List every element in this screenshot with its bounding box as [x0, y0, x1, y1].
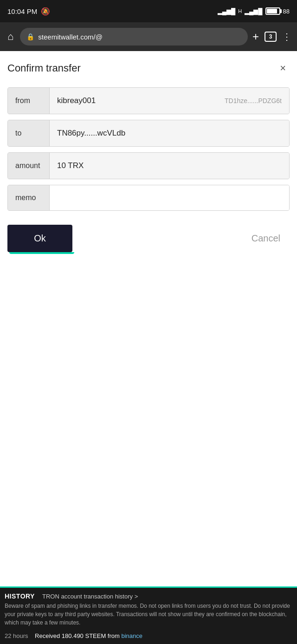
dialog-header: Confirm transfer ×: [7, 60, 290, 76]
url-display: steemitwallet.com/@: [38, 33, 103, 41]
amount-display: 10 TRX: [57, 161, 84, 170]
mute-icon: 🔕: [41, 7, 50, 16]
amount-label: amount: [8, 153, 50, 179]
memo-value: [50, 185, 289, 210]
from-row: from kibreay001 TD1hze......PDZG6t: [7, 87, 290, 114]
warning-text: Beware of spam and phishing links in tra…: [0, 602, 297, 631]
home-button[interactable]: ⌂: [6, 29, 15, 45]
time-display: 10:04 PM: [7, 7, 37, 15]
address-bar[interactable]: 🔒 steemitwallet.com/@: [20, 28, 248, 46]
from-address: TD1hze......PDZG6t: [225, 97, 282, 104]
signal-icon: ▂▄▆█: [218, 8, 235, 15]
to-address: TN86py......wcVLdb: [57, 129, 125, 138]
to-row: to TN86py......wcVLdb: [7, 120, 290, 147]
battery-fill: [267, 9, 278, 13]
history-source: binance: [121, 632, 142, 639]
dialog-title: Confirm transfer: [7, 62, 81, 74]
amount-row: amount 10 TRX: [7, 152, 290, 179]
history-link[interactable]: TRON account transaction history >: [42, 593, 138, 600]
from-label: from: [8, 88, 50, 114]
button-row: Ok Cancel: [7, 225, 290, 252]
history-title: HISTORY: [5, 592, 35, 600]
status-left: 10:04 PM 🔕: [7, 7, 50, 16]
to-value: TN86py......wcVLdb: [50, 120, 289, 146]
from-account: kibreay001: [57, 96, 96, 105]
memo-label: memo: [8, 185, 50, 210]
new-tab-button[interactable]: +: [252, 30, 259, 43]
from-value: kibreay001 TD1hze......PDZG6t: [50, 88, 289, 114]
to-label: to: [8, 120, 50, 146]
cancel-button[interactable]: Cancel: [242, 225, 290, 252]
history-description: Received 180.490 STEEM from: [35, 632, 120, 639]
history-entry: 22 hours Received 180.490 STEEM from bin…: [0, 631, 297, 644]
status-right: ▂▄▆█ H ▂▄▆█ 88: [218, 7, 290, 15]
battery-level: 88: [283, 8, 290, 15]
main-content: Confirm transfer × from kibreay001 TD1hz…: [0, 51, 297, 423]
bottom-bar: HISTORY TRON account transaction history…: [0, 586, 297, 644]
battery-icon: [265, 7, 280, 15]
memo-row: memo: [7, 185, 290, 211]
signal-icon-2: ▂▄▆█: [245, 8, 262, 15]
tab-count-button[interactable]: 3: [265, 32, 277, 42]
history-header: HISTORY TRON account transaction history…: [0, 588, 297, 602]
amount-value: 10 TRX: [50, 153, 289, 179]
ok-button[interactable]: Ok: [7, 225, 72, 252]
close-button[interactable]: ×: [276, 60, 290, 76]
browser-menu-button[interactable]: ⋮: [282, 31, 291, 42]
browser-bar: ⌂ 🔒 steemitwallet.com/@ + 3 ⋮: [0, 22, 297, 51]
lock-icon: 🔒: [26, 33, 34, 40]
browser-actions: + 3 ⋮: [252, 30, 291, 43]
history-time: 22 hours: [5, 632, 28, 639]
status-bar: 10:04 PM 🔕 ▂▄▆█ H ▂▄▆█ 88: [0, 0, 297, 22]
network-type: H: [238, 8, 242, 14]
